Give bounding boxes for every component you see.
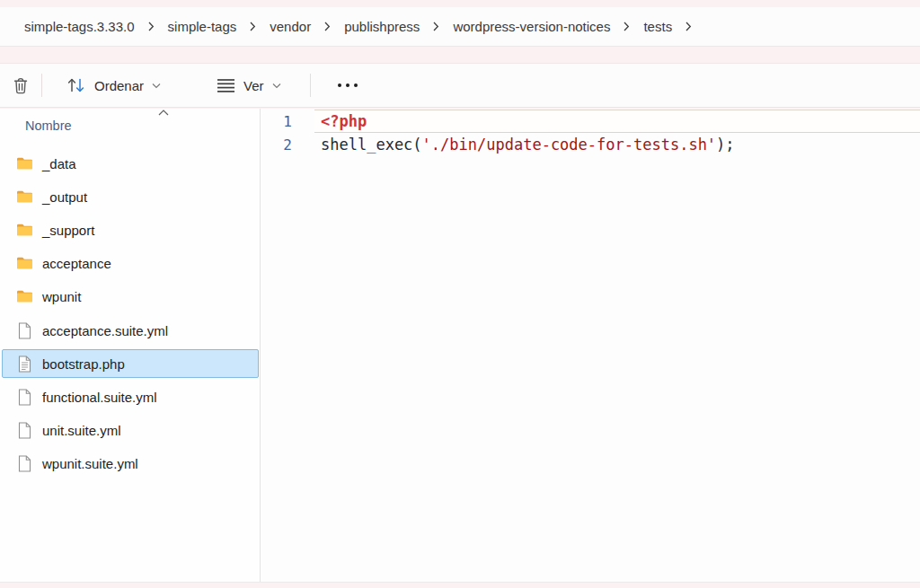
breadcrumb-item[interactable]: vendor: [268, 15, 313, 38]
more-options-button[interactable]: [325, 69, 370, 101]
php-open-tag: <?php: [321, 112, 367, 130]
view-button-label: Ver: [243, 78, 264, 93]
breadcrumb-chevron-icon: [624, 22, 630, 31]
command-toolbar: Ordenar Ver: [0, 63, 920, 108]
file-item[interactable]: acceptance.suite.yml: [2, 316, 259, 345]
view-icon: [217, 78, 235, 93]
sort-icon: [66, 76, 86, 94]
folder-icon: [15, 256, 33, 270]
line-number: 2: [261, 136, 292, 154]
file-icon: [15, 422, 33, 439]
file-list-panel: Nombre _data _output _support acceptance…: [0, 109, 261, 582]
file-name: _data: [42, 156, 76, 171]
file-name: wpunit.suite.yml: [42, 456, 138, 471]
view-button[interactable]: Ver: [208, 69, 290, 101]
file-name: _support: [42, 223, 94, 238]
file-item[interactable]: _support: [2, 215, 259, 244]
string-literal: './bin/update-code-for-tests.sh': [422, 136, 717, 154]
file-item[interactable]: wpunit: [2, 282, 259, 311]
file-item[interactable]: functional.suite.yml: [2, 382, 259, 411]
breadcrumb-chevron-icon: [324, 22, 331, 31]
file-name: acceptance.suite.yml: [42, 323, 168, 338]
file-name: bootstrap.php: [42, 356, 125, 372]
folder-icon: [15, 189, 33, 204]
code-text: );: [716, 136, 734, 154]
sort-button-label: Ordenar: [94, 78, 144, 93]
toolbar-separator: [310, 74, 311, 97]
line-number: 1: [261, 113, 292, 130]
file-name: acceptance: [42, 256, 111, 271]
chevron-down-icon: [152, 83, 161, 89]
file-name: unit.suite.yml: [42, 423, 121, 438]
folder-icon: [15, 223, 33, 237]
code-line: 2 shell_exec('./bin/update-code-for-test…: [261, 133, 920, 156]
file-item[interactable]: _data: [2, 149, 259, 178]
breadcrumb-item[interactable]: publishpress: [342, 15, 421, 38]
sort-direction-chevron-icon: [158, 110, 169, 116]
toolbar-separator: [41, 74, 42, 97]
code-line: 1 <?php: [261, 110, 920, 133]
file-icon: [15, 389, 33, 406]
breadcrumb-trailing-chevron-icon[interactable]: [686, 22, 692, 31]
folder-icon: [15, 156, 33, 171]
ellipsis-icon: [338, 69, 358, 101]
file-name: functional.suite.yml: [42, 390, 157, 405]
chevron-down-icon: [272, 83, 281, 89]
breadcrumb-item[interactable]: simple-tags: [166, 15, 239, 38]
breadcrumb-item[interactable]: simple-tags.3.33.0: [22, 15, 137, 38]
folder-icon: [15, 289, 33, 303]
file-name: _output: [42, 189, 87, 205]
file-icon: [15, 355, 33, 373]
delete-button[interactable]: [3, 69, 39, 101]
file-item[interactable]: wpunit.suite.yml: [2, 449, 259, 478]
sort-button[interactable]: Ordenar: [57, 69, 170, 101]
breadcrumb-chevron-icon: [433, 22, 439, 31]
breadcrumb-chevron-icon: [250, 22, 256, 31]
file-item-selected[interactable]: bootstrap.php: [2, 349, 259, 378]
file-item[interactable]: _output: [2, 182, 259, 211]
file-icon: [15, 455, 33, 472]
code-text: shell_exec(: [321, 136, 422, 154]
preview-pane: 1 <?php 2 shell_exec('./bin/update-code-…: [261, 109, 920, 582]
file-item[interactable]: acceptance: [2, 249, 259, 277]
breadcrumb: simple-tags.3.33.0 simple-tags vendor pu…: [0, 7, 920, 47]
breadcrumb-chevron-icon: [148, 22, 155, 31]
breadcrumb-item[interactable]: wordpress-version-notices: [451, 15, 612, 38]
breadcrumb-item[interactable]: tests: [641, 15, 674, 38]
file-item[interactable]: unit.suite.yml: [2, 416, 259, 444]
main-area: Nombre _data _output _support acceptance…: [0, 109, 920, 583]
file-icon: [15, 322, 33, 339]
file-name: wpunit: [42, 289, 81, 304]
column-header-name[interactable]: Nombre: [25, 118, 72, 133]
trash-icon: [12, 76, 30, 95]
